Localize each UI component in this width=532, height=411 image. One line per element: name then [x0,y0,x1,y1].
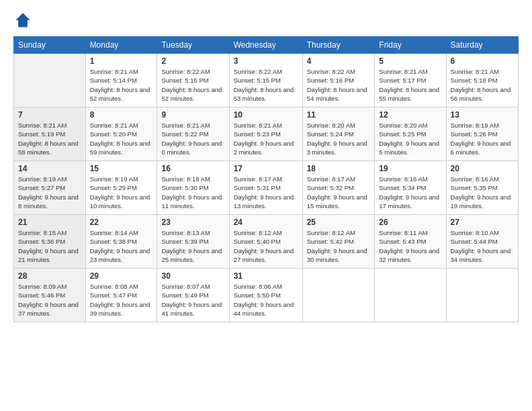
calendar-cell: 7 Sunrise: 8:21 AMSunset: 5:19 PMDayligh… [14,107,86,161]
calendar-cell [446,269,518,322]
calendar-cell: 20 Sunrise: 8:16 AMSunset: 5:35 PMDaylig… [446,161,518,215]
day-header-sunday: Sunday [14,37,86,54]
calendar-week-row: 1 Sunrise: 8:21 AMSunset: 5:14 PMDayligh… [14,54,519,107]
day-number: 12 [379,110,441,120]
day-number: 17 [234,164,298,173]
day-header-monday: Monday [85,37,157,54]
day-info: Sunrise: 8:10 AMSunset: 5:44 PMDaylight:… [451,228,514,264]
calendar-cell: 23 Sunrise: 8:13 AMSunset: 5:39 PMDaylig… [157,215,229,269]
calendar-cell: 3 Sunrise: 8:22 AMSunset: 5:15 PMDayligh… [229,54,302,107]
calendar-cell: 4 Sunrise: 8:22 AMSunset: 5:16 PMDayligh… [302,54,375,107]
day-info: Sunrise: 8:12 AMSunset: 5:42 PMDaylight:… [307,228,371,264]
calendar-body: 1 Sunrise: 8:21 AMSunset: 5:14 PMDayligh… [14,54,519,322]
day-number: 26 [379,218,441,227]
calendar-cell: 26 Sunrise: 8:11 AMSunset: 5:43 PMDaylig… [375,215,446,269]
day-info: Sunrise: 8:07 AMSunset: 5:49 PMDaylight:… [161,282,224,318]
day-info: Sunrise: 8:21 AMSunset: 5:18 PMDaylight:… [451,67,514,103]
day-number: 13 [451,110,514,120]
day-info: Sunrise: 8:14 AMSunset: 5:38 PMDaylight:… [90,228,153,264]
day-info: Sunrise: 8:21 AMSunset: 5:23 PMDaylight:… [234,121,298,156]
day-number: 25 [307,218,371,227]
calendar-cell: 13 Sunrise: 8:19 AMSunset: 5:26 PMDaylig… [446,107,518,161]
calendar-cell: 11 Sunrise: 8:20 AMSunset: 5:24 PMDaylig… [302,107,375,161]
calendar-cell: 9 Sunrise: 8:21 AMSunset: 5:22 PMDayligh… [157,107,229,161]
day-number: 6 [451,56,514,66]
day-info: Sunrise: 8:18 AMSunset: 5:30 PMDaylight:… [161,175,224,210]
day-info: Sunrise: 8:09 AMSunset: 5:46 PMDaylight:… [18,282,81,318]
day-number: 21 [18,218,81,227]
day-number: 5 [379,56,441,66]
calendar-cell: 15 Sunrise: 8:19 AMSunset: 5:29 PMDaylig… [85,161,157,215]
day-number: 27 [451,218,514,227]
calendar-cell: 25 Sunrise: 8:12 AMSunset: 5:42 PMDaylig… [302,215,375,269]
day-info: Sunrise: 8:20 AMSunset: 5:24 PMDaylight:… [307,121,371,156]
day-info: Sunrise: 8:22 AMSunset: 5:15 PMDaylight:… [234,67,298,103]
calendar-cell: 30 Sunrise: 8:07 AMSunset: 5:49 PMDaylig… [157,269,229,322]
calendar-cell: 6 Sunrise: 8:21 AMSunset: 5:18 PMDayligh… [446,54,518,107]
day-header-friday: Friday [375,37,446,54]
day-info: Sunrise: 8:06 AMSunset: 5:50 PMDaylight:… [234,282,298,318]
page-container: SundayMondayTuesdayWednesdayThursdayFrid… [0,0,532,329]
calendar-cell: 28 Sunrise: 8:09 AMSunset: 5:46 PMDaylig… [14,269,86,322]
calendar-week-row: 7 Sunrise: 8:21 AMSunset: 5:19 PMDayligh… [14,107,519,161]
calendar-cell: 1 Sunrise: 8:21 AMSunset: 5:14 PMDayligh… [85,54,157,107]
day-info: Sunrise: 8:11 AMSunset: 5:43 PMDaylight:… [379,228,441,264]
day-number: 31 [234,271,298,281]
calendar-week-row: 21 Sunrise: 8:15 AMSunset: 5:36 PMDaylig… [14,215,519,269]
calendar-cell: 16 Sunrise: 8:18 AMSunset: 5:30 PMDaylig… [157,161,229,215]
calendar-cell: 18 Sunrise: 8:17 AMSunset: 5:32 PMDaylig… [302,161,375,215]
day-number: 29 [90,271,153,281]
day-number: 7 [18,110,81,120]
day-number: 14 [18,164,81,173]
day-info: Sunrise: 8:13 AMSunset: 5:39 PMDaylight:… [161,228,224,264]
calendar-cell: 21 Sunrise: 8:15 AMSunset: 5:36 PMDaylig… [14,215,86,269]
day-number: 30 [161,271,224,281]
day-info: Sunrise: 8:16 AMSunset: 5:35 PMDaylight:… [451,175,514,210]
day-number: 8 [90,110,153,120]
calendar-cell: 31 Sunrise: 8:06 AMSunset: 5:50 PMDaylig… [229,269,302,322]
calendar-cell [302,269,375,322]
day-info: Sunrise: 8:21 AMSunset: 5:14 PMDaylight:… [90,67,153,103]
calendar-header-row: SundayMondayTuesdayWednesdayThursdayFrid… [14,37,519,54]
calendar-cell: 29 Sunrise: 8:08 AMSunset: 5:47 PMDaylig… [85,269,157,322]
day-info: Sunrise: 8:19 AMSunset: 5:26 PMDaylight:… [451,121,514,156]
day-info: Sunrise: 8:17 AMSunset: 5:32 PMDaylight:… [307,175,371,210]
svg-marker-1 [16,13,30,27]
calendar-cell: 2 Sunrise: 8:22 AMSunset: 5:15 PMDayligh… [157,54,229,107]
day-header-tuesday: Tuesday [157,37,229,54]
day-info: Sunrise: 8:19 AMSunset: 5:27 PMDaylight:… [18,175,81,210]
day-info: Sunrise: 8:12 AMSunset: 5:40 PMDaylight:… [234,228,298,264]
day-number: 19 [379,164,441,173]
logo-icon [13,11,32,30]
day-number: 1 [90,56,153,66]
day-info: Sunrise: 8:17 AMSunset: 5:31 PMDaylight:… [234,175,298,210]
calendar-cell: 8 Sunrise: 8:21 AMSunset: 5:20 PMDayligh… [85,107,157,161]
day-number: 9 [161,110,224,120]
day-info: Sunrise: 8:21 AMSunset: 5:20 PMDaylight:… [90,121,153,156]
page-header [13,11,519,30]
calendar-cell: 14 Sunrise: 8:19 AMSunset: 5:27 PMDaylig… [14,161,86,215]
day-info: Sunrise: 8:22 AMSunset: 5:16 PMDaylight:… [307,67,371,103]
calendar-cell: 17 Sunrise: 8:17 AMSunset: 5:31 PMDaylig… [229,161,302,215]
calendar-cell: 22 Sunrise: 8:14 AMSunset: 5:38 PMDaylig… [85,215,157,269]
day-number: 16 [161,164,224,173]
calendar-cell: 27 Sunrise: 8:10 AMSunset: 5:44 PMDaylig… [446,215,518,269]
day-number: 11 [307,110,371,120]
calendar-cell [375,269,446,322]
calendar-table: SundayMondayTuesdayWednesdayThursdayFrid… [13,36,519,322]
day-number: 10 [234,110,298,120]
day-info: Sunrise: 8:21 AMSunset: 5:17 PMDaylight:… [379,67,441,103]
day-info: Sunrise: 8:20 AMSunset: 5:25 PMDaylight:… [379,121,441,156]
day-info: Sunrise: 8:21 AMSunset: 5:22 PMDaylight:… [161,121,224,156]
calendar-week-row: 28 Sunrise: 8:09 AMSunset: 5:46 PMDaylig… [14,269,519,322]
day-number: 4 [307,56,371,66]
calendar-cell: 10 Sunrise: 8:21 AMSunset: 5:23 PMDaylig… [229,107,302,161]
calendar-cell: 5 Sunrise: 8:21 AMSunset: 5:17 PMDayligh… [375,54,446,107]
day-number: 20 [451,164,514,173]
day-number: 15 [90,164,153,173]
day-info: Sunrise: 8:21 AMSunset: 5:19 PMDaylight:… [18,121,81,156]
day-number: 3 [234,56,298,66]
day-number: 28 [18,271,81,281]
day-info: Sunrise: 8:08 AMSunset: 5:47 PMDaylight:… [90,282,153,318]
day-number: 23 [161,218,224,227]
